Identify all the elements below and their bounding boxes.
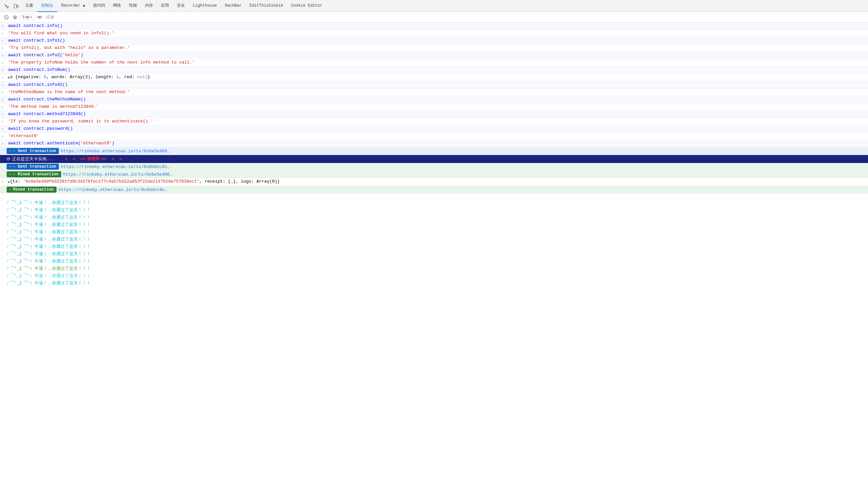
line-8: ‹ ▶ o {negative: 0, words: Array(2), len… bbox=[0, 74, 868, 82]
line-3: › await contract.info1() bbox=[0, 37, 868, 45]
line-5: › await contract.info2('hello') bbox=[0, 52, 868, 59]
line-6-content: 'The property infoNum holds the number o… bbox=[8, 59, 865, 66]
success-text-7: ༼ ͡° ͜ʖ ͡°༽ 牛逼！，你通过了这关！！！ bbox=[6, 244, 91, 249]
line-4-content: 'Try info2(), but with "hello" as a para… bbox=[8, 45, 865, 51]
tab-security[interactable]: 安全 bbox=[173, 0, 189, 12]
output-arrow-obj: ‹ bbox=[1, 179, 6, 185]
success-text-6: ༼ ͡° ͜ʖ ͡°༽ 牛逼！，你通过了这关！！！ bbox=[6, 237, 91, 242]
line-10-content: 'theMethodName is the name of the next m… bbox=[8, 89, 865, 95]
line-17-content: await contract.authenticate('ethernaut0'… bbox=[8, 140, 865, 146]
mined-tx-link-2[interactable]: https://rinkeby.etherscan.io/tx/0x8ddcc9… bbox=[59, 187, 168, 192]
success-5: ༼ ͡° ͜ʖ ͡°༽ 牛逼！，你通过了这关！！！ bbox=[0, 228, 868, 236]
tab-lighthouse[interactable]: Lighthouse bbox=[189, 0, 221, 12]
line-11-content: await contract.theMethodName() bbox=[8, 97, 865, 102]
input-arrow-11: › bbox=[1, 97, 6, 103]
tab-application[interactable]: 应用 bbox=[157, 0, 173, 12]
spinner-icon: ⟳ bbox=[6, 156, 11, 162]
success-1: ༼ ͡° ͜ʖ ͡°༽ 牛逼！，你通过了这关！！！ bbox=[0, 199, 868, 206]
dropdown-arrow-icon: ▾ bbox=[30, 15, 32, 19]
eye-icon[interactable] bbox=[36, 14, 43, 21]
line-7-content: await contract.infoNum() bbox=[8, 67, 865, 73]
input-arrow-7: › bbox=[1, 67, 6, 73]
line-5-content: await contract.info2('hello') bbox=[8, 52, 865, 58]
svg-point-5 bbox=[39, 17, 40, 18]
success-10: ༼ ͡° ͜ʖ ͡°༽ 牛逼！，你通过了这关！！！ bbox=[0, 265, 868, 272]
submit-wait: 请稍等 bbox=[87, 156, 100, 162]
main-toolbar: 元素 控制台 Recorder ▲ 源代码 网络 性能 内存 应用 安全 Lig… bbox=[0, 0, 868, 12]
mined-label-2: Mined transaction bbox=[13, 187, 54, 192]
console-output: › await contract.info() ‹ 'You will find… bbox=[0, 23, 868, 496]
success-text-1: ༼ ͡° ͜ʖ ͡°༽ 牛逼！，你通过了这关！！！ bbox=[6, 200, 91, 205]
line-2-content: 'You will find what you need in info1().… bbox=[8, 30, 865, 36]
mined-tx-line-1: ← ← Mined transaction https://rinkeby.et… bbox=[0, 171, 868, 178]
mined-tx-link-1[interactable]: https://rinkeby.etherscan.io/tx/0x6e5e46… bbox=[63, 172, 172, 177]
sent-label-1: ← Sent transaction bbox=[13, 149, 56, 153]
mined-tx-line-2: ← Mined transaction https://rinkeby.ethe… bbox=[0, 186, 868, 194]
input-arrow-17: › bbox=[1, 141, 6, 147]
line-2: ‹ 'You will find what you need in info1(… bbox=[0, 30, 868, 37]
success-3: ༼ ͡° ͜ʖ ͡°༽ 牛逼！，你通过了这关！！！ bbox=[0, 214, 868, 221]
svg-rect-0 bbox=[14, 4, 17, 8]
sent-tx-link-1[interactable]: https://rinkeby.etherscan.io/tx/0x6e5e46… bbox=[61, 149, 170, 154]
success-8: ༼ ͡° ͜ʖ ͡°༽ 牛逼！，你通过了这关！！！ bbox=[0, 250, 868, 257]
svg-rect-1 bbox=[17, 5, 18, 7]
line-1-content: await contract.info() bbox=[8, 23, 865, 29]
tab-network[interactable]: 网络 bbox=[109, 0, 125, 12]
tab-memory[interactable]: 内存 bbox=[141, 0, 157, 12]
submit-arrows-left: < < << bbox=[65, 157, 86, 162]
success-text-12: ༼ ͡° ͜ʖ ͡°༽ 牛逼！，你通过了这关！！！ bbox=[6, 281, 91, 286]
output-arrow-8: ‹ bbox=[1, 74, 6, 81]
success-text-2: ༼ ͡° ͜ʖ ͡°༽ 牛逼！，你通过了这关！！！ bbox=[6, 208, 91, 213]
line-1: › await contract.info() bbox=[0, 23, 868, 30]
success-text-8: ༼ ͡° ͜ʖ ͡°༽ 牛逼！，你通过了这关！！！ bbox=[6, 252, 91, 256]
success-9: ༼ ͡° ͜ʖ ͡°༽ 牛逼！，你通过了这关！！！ bbox=[0, 257, 868, 265]
device-toggle-icon[interactable] bbox=[12, 2, 20, 10]
context-label: top bbox=[22, 15, 30, 19]
success-2: ༼ ͡° ͜ʖ ͡°༽ 牛逼！，你通过了这关！！！ bbox=[0, 206, 868, 214]
inspect-element-icon[interactable] bbox=[3, 2, 11, 10]
output-arrow-10: ‹ bbox=[1, 89, 6, 96]
tab-editthiscookie[interactable]: EditThisCookie bbox=[245, 0, 287, 12]
sent-tx-line-1: ← ← Sent transaction https://rinkeby.eth… bbox=[0, 147, 868, 155]
output-arrow-4: ‹ bbox=[1, 45, 6, 51]
obj-line: ‹ ▶ {tx: '0x6e5e460fb92201fd9c34276fec17… bbox=[0, 178, 868, 186]
line-15: › await contract.password() bbox=[0, 125, 868, 133]
sent-label-2: ← Sent transaction bbox=[13, 164, 56, 169]
success-text-5: ༼ ͡° ͜ʖ ͡°༽ 牛逼！，你通过了这关！！！ bbox=[6, 229, 91, 235]
console-toolbar: top ▾ 过滤 bbox=[0, 12, 868, 23]
line-3-content: await contract.info1() bbox=[8, 38, 865, 44]
success-text-4: ༼ ͡° ͜ʖ ͡°༽ 牛逼！，你通过了这关！！！ bbox=[6, 222, 91, 227]
mined-badge-2: ← Mined transaction bbox=[6, 187, 57, 193]
line-9-content: await contract.info42() bbox=[8, 82, 865, 88]
sent-badge-2: ← ← Sent transaction bbox=[6, 164, 59, 170]
clear-console-icon[interactable] bbox=[3, 14, 10, 21]
left-arrow-icon-4: ← bbox=[9, 187, 12, 192]
filter-icon[interactable] bbox=[11, 14, 19, 21]
context-dropdown[interactable]: top ▾ bbox=[20, 14, 34, 20]
line-12: ‹ 'The method name is method7123949.' bbox=[0, 103, 868, 111]
tab-console[interactable]: 控制台 bbox=[37, 0, 57, 12]
input-arrow-5: › bbox=[1, 53, 6, 59]
tab-performance[interactable]: 性能 bbox=[125, 0, 141, 12]
success-text-10: ༼ ͡° ͜ʖ ͡°༽ 牛逼！，你通过了这关！！！ bbox=[6, 266, 91, 271]
tab-elements[interactable]: 元素 bbox=[21, 0, 37, 12]
obj-content: {tx: '0x6e5e460fb92201fd9c34276fec177c4a… bbox=[10, 179, 865, 185]
tab-sources[interactable]: 源代码 bbox=[89, 0, 109, 12]
line-16: ‹ 'ethernaut0' bbox=[0, 133, 868, 140]
filter-label: 过滤 bbox=[46, 14, 54, 20]
output-arrow-2: ‹ bbox=[1, 31, 6, 37]
output-arrow-14: ‹ bbox=[1, 119, 6, 125]
input-arrow-1: › bbox=[1, 23, 6, 29]
tab-hackbar[interactable]: HackBar bbox=[221, 0, 245, 12]
submit-line: ⟳ 正在提交关卡实例... < < << 请稍等 >> > > bbox=[0, 155, 868, 163]
success-12: ༼ ͡° ͜ʖ ͡°༽ 牛逼！，你通过了这关！！！ bbox=[0, 280, 868, 287]
sent-tx-link-2[interactable]: https://rinkeby.etherscan.io/tx/0x8ddcc9… bbox=[61, 164, 170, 169]
line-6: ‹ 'The property infoNum holds the number… bbox=[0, 59, 868, 67]
tab-recorder[interactable]: Recorder ▲ bbox=[57, 0, 89, 12]
svg-line-3 bbox=[5, 16, 7, 18]
line-8-content: o {negative: 0, words: Array(2), length:… bbox=[10, 74, 865, 80]
line-13: › await contract.method7123949() bbox=[0, 111, 868, 118]
success-11: ༼ ͡° ͜ʖ ͡°༽ 牛逼！，你通过了这关！！！ bbox=[0, 272, 868, 280]
tab-cookieeditor[interactable]: Cookie Editor bbox=[287, 0, 326, 12]
sent-badge-1: ← ← Sent transaction bbox=[6, 148, 59, 154]
